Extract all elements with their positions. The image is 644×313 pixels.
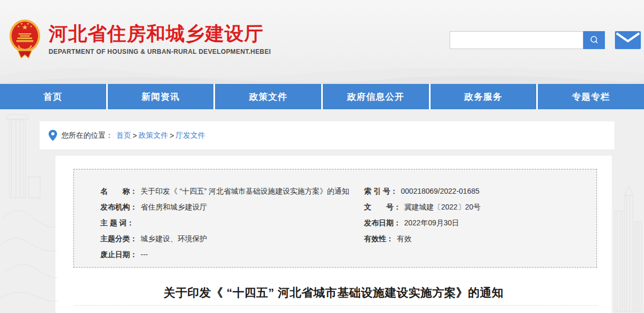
meta-row-subject-words: 主 题 词：	[100, 215, 349, 231]
meta-row-publish-date: 发布日期：2022年09月30日	[364, 215, 586, 231]
main-content: 名 称：关于印发《 “十四五” 河北省城市基础设施建设实施方案》的通知 发布机构…	[55, 156, 612, 313]
meta-label: 名 称：	[100, 187, 137, 195]
site-title: 河北省住房和城乡建设厅	[49, 23, 271, 44]
meta-row-subject-category: 主题分类：城乡建设、环境保护	[100, 231, 349, 246]
meta-label: 发布日期：	[364, 219, 401, 227]
meta-label: 主 题 词：	[100, 219, 134, 227]
breadcrumb-link-department-documents[interactable]: 厅发文件	[175, 131, 205, 140]
nav-item-policy-documents[interactable]: 政策文件	[215, 84, 321, 109]
meta-value: 城乡建设、环境保护	[141, 234, 207, 243]
meta-value: ---	[141, 250, 148, 259]
meta-row-document-number: 文 号：冀建城建〔2022〕20号	[364, 199, 586, 215]
meta-value: 2022年09月30日	[404, 219, 459, 227]
meta-row-issuing-agency: 发布机构：省住房和城乡建设厅	[100, 199, 349, 215]
breadcrumb-prefix: 您所在的位置：	[61, 131, 113, 140]
meta-column-right: 索 引 号：000218069/2022-01685 文 号：冀建城建〔2022…	[364, 183, 586, 246]
search-icon	[589, 35, 600, 45]
nav-item-gov-info-disclosure[interactable]: 政府信息公开	[323, 84, 429, 109]
breadcrumb-link-policy-documents[interactable]: 政策文件	[138, 131, 168, 140]
svg-text:★: ★	[17, 25, 20, 28]
meta-label: 主题分类：	[100, 234, 137, 243]
meta-value: 000218069/2022-01685	[401, 187, 480, 195]
nav-item-gov-services[interactable]: 政务服务	[431, 84, 537, 109]
meta-row-validity: 有效性：有效	[364, 231, 586, 246]
main-nav: 首页 新闻资讯 政策文件 政府信息公开 政务服务 专题专栏	[0, 84, 644, 109]
search-button[interactable]	[583, 31, 605, 49]
meta-value: 有效	[397, 234, 412, 243]
mail-button[interactable]	[615, 31, 641, 49]
meta-column-left: 名 称：关于印发《 “十四五” 河北省城市基础设施建设实施方案》的通知 发布机构…	[100, 183, 349, 262]
meta-value: 省住房和城乡建设厅	[141, 203, 207, 211]
svg-text:★: ★	[26, 22, 29, 25]
breadcrumb: 您所在的位置： 首页 > 政策文件 > 厅发文件	[40, 121, 614, 149]
site-header: ★ ★ ★ ★ ★ 河北省住房和城乡建设厅 DEPARTMENT OF HOUS…	[0, 0, 644, 84]
meta-row-repeal-date: 废止日期：---	[100, 246, 349, 262]
national-emblem-icon: ★ ★ ★ ★ ★	[8, 18, 41, 59]
meta-label: 索 引 号：	[364, 187, 398, 195]
meta-row-title: 名 称：关于印发《 “十四五” 河北省城市基础设施建设实施方案》的通知	[100, 183, 349, 199]
nav-item-news[interactable]: 新闻资讯	[108, 84, 214, 109]
nav-item-home[interactable]: 首页	[0, 84, 106, 109]
meta-label: 废止日期：	[100, 250, 137, 259]
meta-value: 关于印发《 “十四五” 河北省城市基础设施建设实施方案》的通知	[141, 187, 349, 195]
breadcrumb-link-home[interactable]: 首页	[116, 131, 131, 140]
right-ink-sketch-art	[612, 179, 644, 313]
breadcrumb-separator: >	[170, 131, 174, 140]
svg-text:★: ★	[30, 25, 32, 28]
title-divider	[74, 305, 598, 306]
search-input[interactable]	[450, 31, 583, 49]
article-title: 关于印发《 “十四五” 河北省城市基础设施建设实施方案》的通知	[55, 285, 612, 301]
site-subtitle: DEPARTMENT OF HOUSING & URBAN-RURAL DEVE…	[49, 48, 271, 55]
page: ★ ★ ★ ★ ★ 河北省住房和城乡建设厅 DEPARTMENT OF HOUS…	[0, 0, 644, 313]
location-pin-icon	[49, 130, 57, 141]
meta-label: 有效性：	[364, 234, 394, 243]
site-logo[interactable]: ★ ★ ★ ★ ★ 河北省住房和城乡建设厅 DEPARTMENT OF HOUS…	[8, 18, 271, 59]
document-meta-box: 名 称：关于印发《 “十四五” 河北省城市基础设施建设实施方案》的通知 发布机构…	[73, 169, 597, 268]
brand-text: 河北省住房和城乡建设厅 DEPARTMENT OF HOUSING & URBA…	[49, 18, 271, 55]
meta-label: 文 号：	[364, 203, 401, 211]
breadcrumb-separator: >	[133, 131, 137, 140]
meta-label: 发布机构：	[100, 203, 137, 211]
nav-item-special-topics[interactable]: 专题专栏	[538, 84, 644, 109]
meta-value: 冀建城建〔2022〕20号	[404, 203, 481, 211]
svg-text:★: ★	[20, 22, 23, 25]
meta-row-index-number: 索 引 号：000218069/2022-01685	[364, 183, 586, 199]
mail-icon	[615, 31, 641, 49]
